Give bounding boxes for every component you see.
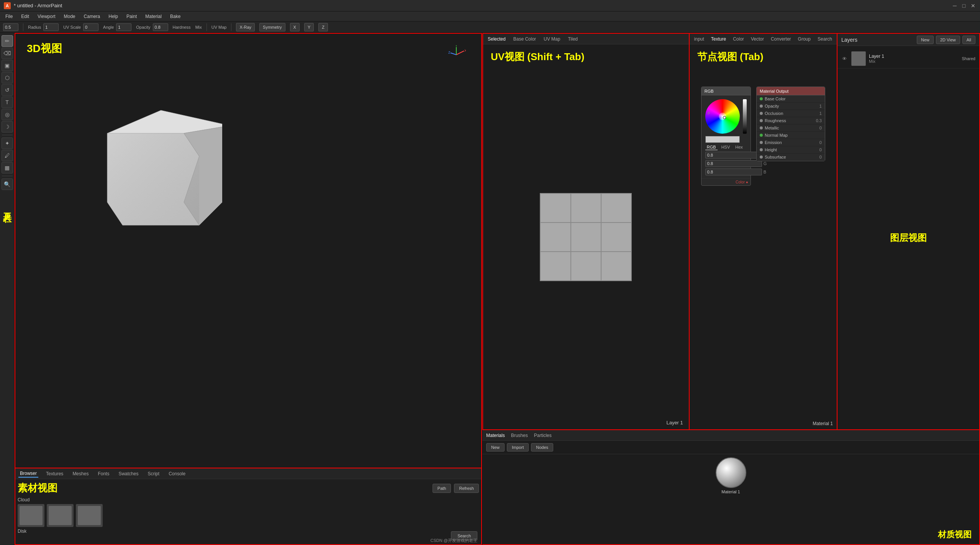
tab-input[interactable]: input — [693, 36, 706, 43]
right-panel: Selected Base Color UV Map Tiled UV视图 (S… — [482, 33, 980, 545]
opacity-input[interactable] — [153, 23, 168, 31]
tab-swatches[interactable]: Swatches — [117, 470, 140, 477]
menu-file[interactable]: File — [2, 13, 16, 20]
uv-cell — [571, 223, 601, 251]
layers-title: Layers — [841, 37, 857, 43]
paint-brush-tool[interactable]: ✏ — [2, 35, 13, 47]
menu-help[interactable]: Help — [105, 13, 122, 20]
app-icon: A — [4, 2, 11, 9]
menu-mode[interactable]: Mode — [60, 13, 79, 20]
radius-input[interactable] — [43, 23, 59, 31]
asset-thumb-3 — [76, 504, 103, 527]
picker-tool[interactable]: 🔍 — [2, 178, 13, 190]
layer-row: 👁 Layer 1 Mix Shared — [837, 49, 979, 69]
new-material-button[interactable]: New — [486, 443, 505, 452]
tab-materials[interactable]: Materials — [486, 433, 505, 438]
color-swatch[interactable] — [705, 136, 740, 143]
angle-input[interactable] — [116, 23, 131, 31]
g-input[interactable] — [705, 160, 762, 167]
menu-paint[interactable]: Paint — [123, 13, 141, 20]
fill-tool[interactable]: ▣ — [2, 60, 13, 71]
stamp-tool[interactable]: 🖊 — [2, 150, 13, 161]
tab-brushes[interactable]: Brushes — [511, 433, 528, 438]
tab-group[interactable]: Group — [796, 36, 812, 43]
xray-button[interactable]: X-Ray — [236, 23, 255, 31]
tab-particles[interactable]: Particles — [534, 433, 552, 438]
tab-search-node[interactable]: Search — [816, 36, 834, 43]
rotate-tool[interactable]: ↺ — [2, 84, 13, 96]
tab-fonts[interactable]: Fonts — [96, 470, 111, 477]
size-input[interactable] — [3, 23, 18, 31]
tab-meshes[interactable]: Meshes — [71, 470, 90, 477]
uv-cell — [601, 252, 631, 280]
shape-tool[interactable]: ⬡ — [2, 72, 13, 83]
menu-material[interactable]: Material — [141, 13, 166, 20]
color-picker: P RGB HSV Hex — [701, 95, 751, 178]
smear-tool[interactable]: ☽ — [2, 121, 13, 133]
all-button[interactable]: All — [962, 36, 975, 44]
menu-bake[interactable]: Bake — [166, 13, 184, 20]
text-tool[interactable]: T — [2, 97, 13, 108]
tab-textures[interactable]: Textures — [44, 470, 65, 477]
nodes-material-button[interactable]: Nodes — [531, 443, 553, 452]
menu-camera[interactable]: Camera — [80, 13, 104, 20]
menu-edit[interactable]: Edit — [17, 13, 33, 20]
tab-hex[interactable]: Hex — [734, 144, 744, 150]
path-button[interactable]: Path — [433, 484, 451, 493]
gradient-tool[interactable]: ◎ — [2, 109, 13, 120]
import-material-button[interactable]: Import — [507, 443, 529, 452]
color-wheel[interactable] — [705, 99, 740, 134]
material-tool[interactable]: ▦ — [2, 162, 13, 173]
asset-cloud: Cloud — [18, 497, 479, 502]
menu-viewport[interactable]: Viewport — [34, 13, 59, 20]
brightness-bar[interactable] — [743, 99, 747, 134]
tab-script[interactable]: Script — [146, 470, 161, 477]
minimize-button[interactable]: ─ — [952, 3, 958, 9]
left-toolbar: ✏ ⌫ ▣ ⬡ ↺ T ◎ ☽ ✦ 🖊 ▦ 🔍 工具栏 — [0, 33, 15, 545]
2d-view-button[interactable]: 2D View — [936, 36, 960, 44]
tab-color[interactable]: Color — [731, 36, 746, 43]
tab-browser[interactable]: Browser — [18, 470, 38, 478]
tab-tiled[interactable]: Tiled — [566, 36, 579, 43]
tab-vector[interactable]: Vector — [749, 36, 765, 43]
tab-converter[interactable]: Converter — [769, 36, 793, 43]
uvscale-input[interactable] — [83, 23, 98, 31]
x-button[interactable]: X — [290, 23, 300, 31]
refresh-button[interactable]: Refresh — [454, 484, 479, 493]
symmetry-button[interactable]: Symmetry — [259, 23, 285, 31]
g-channel: G — [764, 161, 767, 166]
tab-texture[interactable]: Texture — [710, 36, 728, 43]
tab-uv-map[interactable]: UV Map — [542, 36, 562, 43]
menubar: File Edit Viewport Mode Camera Help Pain… — [0, 11, 980, 21]
uv-cell — [541, 252, 570, 280]
tab-hsv[interactable]: HSV — [720, 144, 732, 150]
new-layer-button[interactable]: New — [917, 36, 934, 44]
asset-browser: Browser Textures Meshes Fonts Swatches S… — [15, 468, 482, 545]
layer-visibility-toggle[interactable]: 👁 — [841, 55, 848, 62]
material-ball — [716, 457, 746, 488]
b-input[interactable] — [705, 169, 762, 175]
y-button[interactable]: Y — [304, 23, 314, 31]
tab-selected[interactable]: Selected — [486, 36, 507, 43]
uv-cell — [541, 194, 570, 222]
mix-label: Mix — [195, 25, 202, 29]
svg-text:Z: Z — [448, 51, 451, 54]
eraser-tool[interactable]: ⌫ — [2, 47, 13, 59]
tool-separator-2 — [2, 176, 13, 176]
clone-tool[interactable]: ✦ — [2, 137, 13, 149]
material-item[interactable]: Material 1 — [485, 457, 976, 494]
close-button[interactable]: ✕ — [970, 3, 976, 9]
tab-rgb[interactable]: RGB — [705, 144, 718, 150]
r-input[interactable] — [705, 152, 762, 159]
viewport-3d[interactable]: 3D视图 X Y Z — [15, 33, 482, 468]
asset-thumb-2 — [47, 504, 74, 527]
uv-layer-name: Layer 1 — [666, 420, 683, 426]
maximize-button[interactable]: □ — [961, 3, 967, 9]
window-controls: ─ □ ✕ — [952, 3, 976, 9]
tab-console[interactable]: Console — [167, 470, 187, 477]
toolbar: Radius UV Scale Angle Opacity Hardness M… — [0, 21, 980, 33]
tab-base-color[interactable]: Base Color — [512, 36, 538, 43]
z-button[interactable]: Z — [318, 23, 328, 31]
mat-row-basecolor: Base Color — [757, 95, 825, 103]
svg-line-0 — [456, 51, 464, 55]
